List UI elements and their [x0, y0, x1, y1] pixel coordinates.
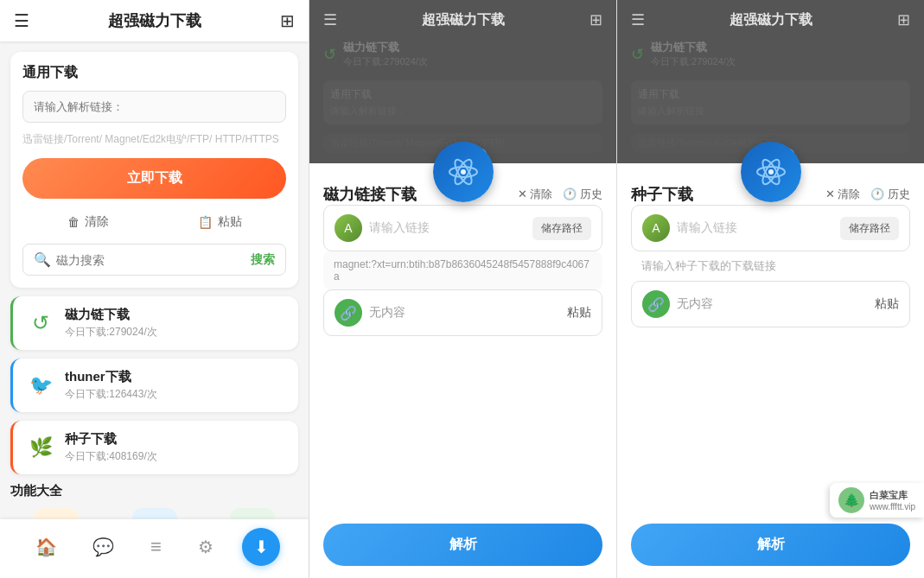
thuner-download-card[interactable]: 🐦 thuner下载 今日下载:126443/次: [10, 359, 298, 412]
feature-item-2[interactable]: ⚙️ 种子清洗: [109, 508, 201, 519]
main-content: 通用下载 迅雷链接/Torrent/ Magnet/Ed2k电驴/FTP/ HT…: [0, 41, 309, 519]
panel-seed: ☰ 超强磁力下载 ⊞ ↺ 磁力链下载 今日下载:279024/次 通用下载 请输…: [617, 0, 924, 578]
download-button[interactable]: 立即下载: [22, 158, 286, 199]
magnet-modal-card: 磁力链接下载 ✕ 清除 🕐 历史 A 请输入链接 储存路径 magnet:?xt…: [309, 172, 616, 578]
seed-parse-button[interactable]: 解析: [631, 524, 910, 566]
seed-dim-card-title: 磁力链下载: [651, 40, 736, 55]
user-avatar: A: [335, 214, 362, 242]
search-row: 🔍 搜索: [22, 244, 286, 276]
home-icon: 🏠: [35, 537, 57, 557]
search-icon: 🔍: [34, 251, 51, 268]
seed-dim-grid-icon: ⊞: [897, 10, 910, 29]
thuner-card-subtitle: 今日下载:126443/次: [65, 387, 286, 402]
feature-icon-2: ⚙️: [132, 508, 177, 519]
nav-settings[interactable]: ⚙: [191, 533, 220, 561]
watermark-text-block: 白菜宝库 www.ffftt.vip: [870, 489, 915, 511]
magnet-overlay: ☰ 超强磁力下载 ⊞ ↺ 磁力链下载 今日下载:279024/次 通用下载 请输…: [309, 0, 616, 578]
dim-app-title: 超强磁力下载: [422, 11, 505, 29]
watermark-url: www.ffftt.vip: [870, 502, 915, 511]
thuner-card-title: thuner下载: [65, 369, 286, 385]
seed-card-text: 种子下载 今日下载:408169/次: [65, 431, 286, 464]
seed-dim-card-subtitle: 今日下载:279024/次: [651, 55, 736, 68]
panel-magnet: ☰ 超强磁力下载 ⊞ ↺ 磁力链下载 今日下载:279024/次 通用下载 请输…: [309, 0, 617, 578]
seed-dim-header: ☰ 超强磁力下载 ⊞: [631, 10, 910, 29]
universal-download-form: 通用下载 迅雷链接/Torrent/ Magnet/Ed2k电驴/FTP/ HT…: [10, 52, 298, 288]
watermark-title: 白菜宝库: [870, 489, 915, 502]
seed-no-content: 无内容: [677, 296, 868, 312]
nav-list[interactable]: ≡: [143, 532, 169, 562]
dim-universal-label: 通用下载: [330, 87, 596, 102]
seed-paste-button[interactable]: 粘贴: [875, 296, 899, 312]
seed-history-button[interactable]: 🕐 历史: [870, 187, 910, 202]
magnet-history-button[interactable]: 🕐 历史: [563, 187, 602, 202]
seed-paste-row: 🔗 无内容 粘贴: [631, 281, 910, 327]
magnet-card-title: 磁力链下载: [65, 307, 286, 323]
paste-button[interactable]: 📋 粘贴: [188, 209, 252, 235]
feature-item-1[interactable]: 📺 局域网映射播放: [10, 508, 102, 519]
form-actions: 🗑 清除 📋 粘贴: [22, 209, 286, 235]
dim-card-title-2: 磁力链下载: [343, 40, 428, 55]
magnet-paste-button[interactable]: 粘贴: [567, 305, 591, 321]
main-header: ☰ 超强磁力下载 ⊞: [0, 0, 309, 41]
clear-label: 清除: [85, 214, 109, 230]
form-label: 通用下载: [22, 64, 286, 82]
dim-input-hint: 请输入解析链接：: [330, 105, 596, 118]
download-icon: ⬇: [254, 537, 269, 557]
atom-icon-container: [433, 142, 494, 172]
seed-modal-title: 种子下载: [631, 184, 693, 205]
seed-clear-button[interactable]: ✕ 清除: [825, 187, 861, 202]
seed-modal-card: 种子下载 ✕ 清除 🕐 历史 A 请输入链接 储存路径 请输入种子下载的下载链接…: [617, 172, 924, 578]
chain-icon: 🔗: [335, 299, 362, 327]
grid-icon[interactable]: ⊞: [280, 10, 295, 31]
feature-icon-1: 📺: [34, 508, 79, 519]
thuner-icon: 🐦: [25, 370, 56, 401]
seed-storage-path-button[interactable]: 储存路径: [840, 217, 899, 240]
magnet-clear-button[interactable]: ✕ 清除: [518, 187, 553, 202]
nav-download-button[interactable]: ⬇: [242, 528, 280, 566]
watermark-tree-icon: 🌲: [838, 487, 864, 513]
magnet-card-subtitle: 今日下载:279024/次: [65, 325, 286, 340]
seed-dim-universal-label: 通用下载: [638, 87, 903, 102]
seed-atom-icon-container: [741, 142, 801, 172]
seed-card-subtitle: 今日下载:408169/次: [65, 449, 286, 464]
storage-path-button[interactable]: 储存路径: [532, 217, 591, 240]
seed-overlay: ☰ 超强磁力下载 ⊞ ↺ 磁力链下载 今日下载:279024/次 通用下载 请输…: [617, 0, 924, 578]
search-input[interactable]: [56, 253, 245, 267]
dim-grid-icon: ⊞: [589, 10, 602, 29]
atom-icon: [433, 142, 494, 202]
magnet-input-row: A 请输入链接 储存路径: [323, 205, 602, 251]
magnet-dim-top: ☰ 超强磁力下载 ⊞ ↺ 磁力链下载 今日下载:279024/次 通用下载 请输…: [309, 0, 616, 163]
bottom-nav: 🏠 💬 ≡ ⚙ ⬇: [0, 519, 309, 578]
dim-card-subtitle-2: 今日下载:279024/次: [343, 55, 428, 68]
search-button[interactable]: 搜索: [251, 252, 275, 268]
seed-atom-icon: [741, 142, 801, 202]
feature-item-3[interactable]: 磁力链转二维码: [207, 508, 298, 519]
clear-button[interactable]: 🗑 清除: [57, 209, 119, 235]
url-input[interactable]: [22, 91, 286, 123]
magnet-parse-button[interactable]: 解析: [323, 524, 602, 566]
magnet-url-display: magnet:?xt=urn:btih:b87b8636045248f54578…: [323, 251, 602, 289]
nav-home[interactable]: 🏠: [29, 533, 64, 561]
seed-card-title: 种子下载: [65, 431, 286, 448]
magnet-paste-row: 🔗 无内容 粘贴: [323, 289, 602, 336]
seed-dim-top: ☰ 超强磁力下载 ⊞ ↺ 磁力链下载 今日下载:279024/次 通用下载 请输…: [617, 0, 924, 163]
magnet-modal-title: 磁力链接下载: [323, 184, 417, 205]
magnet-input-placeholder: 请输入链接: [369, 220, 526, 236]
atom-icon-wrapper: [309, 163, 616, 172]
trash-icon: 🗑: [67, 215, 80, 229]
magnet-download-card[interactable]: ↺ 磁力链下载 今日下载:279024/次: [10, 296, 298, 350]
seed-modal-actions: ✕ 清除 🕐 历史: [825, 187, 910, 202]
app-container: ☰ 超强磁力下载 ⊞ 通用下载 迅雷链接/Torrent/ Magnet/Ed2…: [0, 0, 924, 578]
seed-download-card[interactable]: 🌿 种子下载 今日下载:408169/次: [10, 421, 298, 474]
features-grid: 📺 局域网映射播放 ⚙️ 种子清洗: [10, 508, 298, 519]
nav-chat[interactable]: 💬: [86, 533, 121, 561]
menu-icon[interactable]: ☰: [14, 10, 29, 31]
magnet-no-content: 无内容: [369, 305, 560, 321]
svg-point-10: [461, 169, 466, 175]
settings-icon: ⚙: [198, 537, 213, 557]
seed-icon: 🌿: [25, 432, 56, 463]
seed-dim-app-title: 超强磁力下载: [730, 11, 812, 29]
seed-atom-icon-wrapper: [617, 163, 924, 172]
features-title: 功能大全: [10, 483, 298, 499]
features-section: 功能大全 📺 局域网映射播放 ⚙️ 种子清洗: [10, 483, 298, 519]
